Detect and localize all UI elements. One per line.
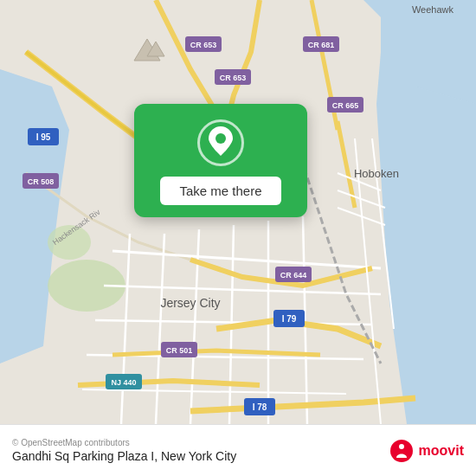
- svg-text:I 95: I 95: [36, 132, 51, 142]
- svg-text:CR 665: CR 665: [332, 101, 359, 110]
- svg-text:CR 653: CR 653: [220, 74, 247, 82]
- copyright-text: © OpenStreetMap contributors: [12, 438, 236, 447]
- svg-text:Weehawk: Weehawk: [412, 4, 454, 15]
- svg-text:NJ 440: NJ 440: [111, 378, 136, 387]
- take-me-there-button[interactable]: Take me there: [160, 177, 280, 205]
- popup-card: Take me there: [134, 104, 307, 217]
- svg-text:CR 644: CR 644: [280, 271, 307, 280]
- svg-point-49: [390, 440, 413, 462]
- popup-icon-wrapper: [197, 119, 244, 166]
- svg-text:I 78: I 78: [253, 402, 267, 412]
- moovit-logo: moovit: [389, 439, 464, 463]
- bottom-bar: © OpenStreetMap contributors Gandhi Sq P…: [0, 424, 476, 476]
- location-info: © OpenStreetMap contributors Gandhi Sq P…: [12, 438, 236, 463]
- svg-text:CR 508: CR 508: [28, 177, 55, 186]
- svg-text:Jersey City: Jersey City: [160, 296, 220, 310]
- svg-text:CR 681: CR 681: [308, 41, 335, 49]
- moovit-text: moovit: [419, 443, 464, 459]
- svg-text:Hoboken: Hoboken: [354, 167, 399, 180]
- svg-text:CR 501: CR 501: [166, 346, 193, 355]
- svg-text:I 79: I 79: [282, 314, 297, 324]
- map-view: I 95 CR 653 CR 653 CR 681 CR 665 CR 644 …: [0, 0, 476, 424]
- location-name: Gandhi Sq Parking Plaza I, New York City: [12, 449, 236, 463]
- svg-point-48: [215, 133, 226, 144]
- svg-text:CR 653: CR 653: [190, 41, 217, 49]
- location-pin-icon: [209, 126, 233, 160]
- svg-point-50: [399, 444, 404, 449]
- moovit-icon: [389, 439, 414, 463]
